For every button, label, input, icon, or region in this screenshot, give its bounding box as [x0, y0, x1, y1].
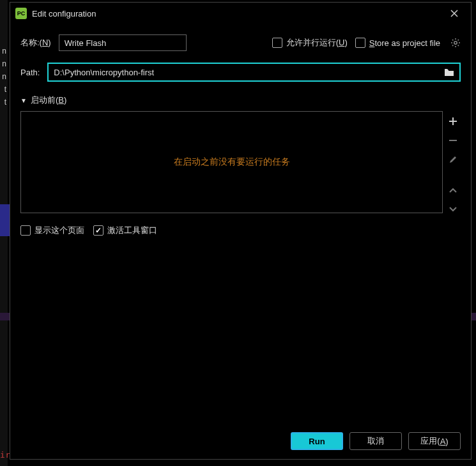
show-page-checkbox[interactable]: 显示这个页面 — [20, 225, 84, 236]
name-row: 名称:(N) 允许并行运行(U) Store as project file — [20, 34, 461, 51]
name-input[interactable] — [59, 34, 187, 51]
before-launch-area: 在启动之前没有要运行的任务 — [20, 111, 461, 216]
apply-button[interactable]: 应用(A) — [408, 432, 461, 450]
store-project-checkbox[interactable]: Store as project file — [355, 38, 440, 48]
path-input-wrapper — [47, 63, 461, 82]
cancel-button[interactable]: 取消 — [349, 432, 402, 450]
up-icon[interactable] — [447, 184, 459, 197]
down-icon[interactable] — [447, 203, 459, 216]
path-label: Path: — [20, 68, 40, 77]
triangle-down-icon: ▼ — [20, 97, 27, 104]
pycharm-icon: PC — [15, 8, 27, 19]
name-label: 名称:(N) — [20, 37, 51, 49]
titlebar: PC Edit configuration — [10, 3, 471, 24]
remove-icon[interactable] — [447, 134, 459, 147]
add-icon[interactable] — [447, 115, 459, 128]
task-list-empty: 在启动之前没有要运行的任务 — [20, 111, 443, 213]
edit-icon[interactable] — [447, 153, 459, 166]
path-row: Path: — [20, 63, 461, 82]
bottom-options: 显示这个页面 激活工具窗口 — [20, 225, 461, 236]
activate-tool-checkbox[interactable]: 激活工具窗口 — [93, 225, 157, 236]
allow-parallel-checkbox[interactable]: 允许并行运行(U) — [272, 37, 348, 49]
dialog-title: Edit configuration — [32, 9, 450, 19]
path-input[interactable] — [54, 68, 444, 77]
button-bar: Run 取消 应用(A) — [10, 425, 471, 459]
gear-icon[interactable] — [450, 38, 461, 48]
close-icon[interactable] — [450, 10, 466, 17]
svg-point-0 — [454, 41, 457, 44]
run-button[interactable]: Run — [291, 432, 343, 450]
edit-configuration-dialog: PC Edit configuration 名称:(N) 允许并行运行(U) S… — [10, 2, 472, 460]
before-launch-toggle[interactable]: ▼ 启动前(B) — [20, 94, 461, 106]
folder-icon[interactable] — [444, 68, 457, 77]
bg-stripe — [0, 204, 10, 236]
task-tools — [445, 111, 461, 216]
